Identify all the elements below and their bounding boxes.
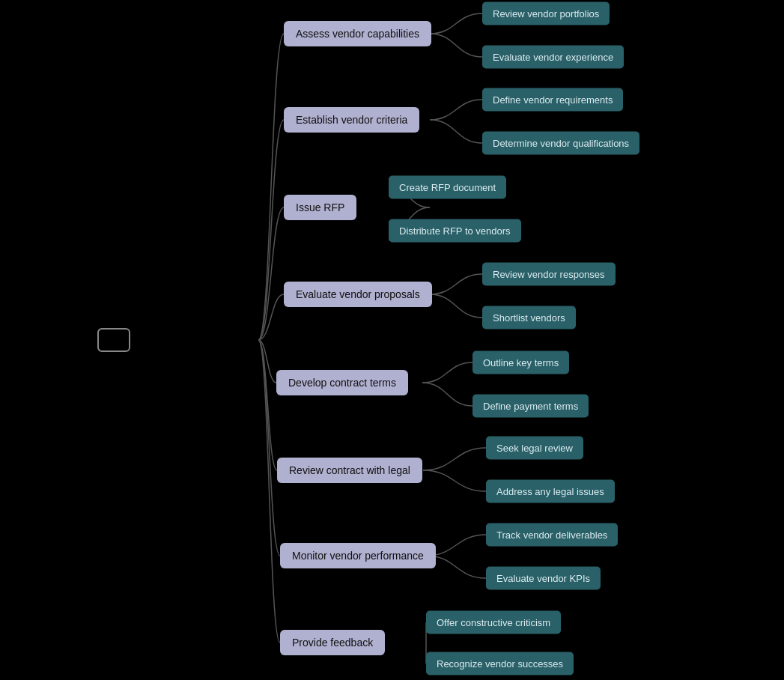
branch-node-b4: Evaluate vendor proposals	[284, 282, 432, 307]
leaf-node-l3: Define vendor requirements	[482, 88, 623, 112]
branch-node-b5: Develop contract terms	[276, 370, 408, 395]
leaf-node-l2: Evaluate vendor experience	[482, 46, 624, 69]
leaf-node-l10: Define payment terms	[472, 395, 589, 418]
leaf-node-l13: Track vendor deliverables	[486, 523, 618, 547]
root-node	[97, 328, 130, 352]
branch-node-b6: Review contract with legal	[277, 458, 422, 483]
leaf-node-l8: Shortlist vendors	[482, 306, 576, 330]
leaf-node-l6: Distribute RFP to vendors	[389, 219, 521, 243]
leaf-node-l1: Review vendor portfolios	[482, 2, 610, 25]
leaf-node-l14: Evaluate vendor KPIs	[486, 567, 601, 590]
leaf-node-l11: Seek legal review	[486, 437, 583, 460]
branch-node-b1: Assess vendor capabilities	[284, 21, 431, 46]
mind-map: Assess vendor capabilitiesReview vendor …	[0, 0, 784, 680]
leaf-node-l4: Determine vendor qualifications	[482, 132, 639, 155]
branch-node-b2: Establish vendor criteria	[284, 107, 419, 133]
branch-node-b7: Monitor vendor performance	[280, 543, 436, 568]
leaf-node-l5: Create RFP document	[389, 176, 506, 199]
leaf-node-l12: Address any legal issues	[486, 480, 615, 503]
branch-node-b8: Provide feedback	[280, 630, 385, 655]
leaf-node-l15: Offer constructive criticism	[426, 611, 561, 634]
leaf-node-l16: Recognize vendor successes	[426, 652, 574, 676]
branch-node-b3: Issue RFP	[284, 195, 356, 220]
leaf-node-l9: Outline key terms	[472, 351, 569, 374]
leaf-node-l7: Review vendor responses	[482, 263, 616, 286]
